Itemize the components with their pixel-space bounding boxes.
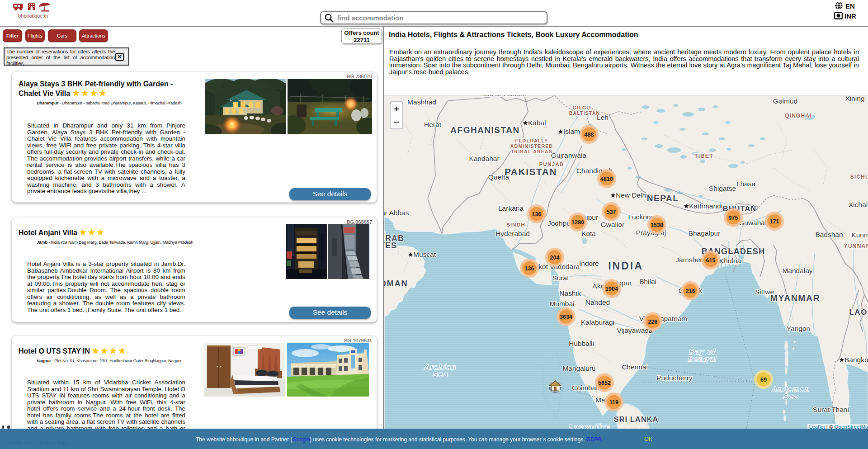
svg-text:Bengal: Bengal [688, 355, 717, 363]
svg-text:Andaman: Andaman [772, 385, 810, 393]
svg-text:Bangkok: Bangkok [844, 356, 868, 364]
svg-text:3634: 3634 [560, 314, 572, 320]
svg-text:AFGHANISTAN: AFGHANISTAN [450, 125, 519, 135]
svg-text:Bhilai: Bhilai [639, 278, 656, 285]
svg-text:PAKISTAN: PAKISTAN [505, 166, 557, 177]
svg-text:Kathmandu: Kathmandu [689, 202, 725, 210]
svg-text:Kota: Kota [581, 230, 596, 237]
svg-text:ADMINISTERED: ADMINISTERED [510, 143, 553, 149]
svg-text:Xichang: Xichang [849, 201, 868, 208]
svg-text:Indore: Indore [579, 260, 599, 267]
svg-text:Herat: Herat [424, 121, 442, 128]
svg-text:Puducherry: Puducherry [656, 374, 693, 382]
svg-text:QINGHAI: QINGHAI [785, 113, 812, 119]
svg-text:New Delhi: New Delhi [616, 191, 648, 199]
svg-text:Bay of: Bay of [689, 348, 716, 355]
svg-text:Mandalay: Mandalay [782, 267, 812, 274]
svg-text:Bandar Abbas: Bandar Abbas [384, 209, 409, 217]
svg-text:Kandahar: Kandahar [469, 155, 499, 162]
svg-text:Chennai: Chennai [622, 363, 648, 371]
svg-text:YUNNAN: YUNNAN [844, 243, 868, 249]
svg-text:537: 537 [607, 209, 616, 215]
svg-text:Gwalior: Gwalior [601, 221, 625, 228]
svg-text:Arabian: Arabian [425, 363, 457, 371]
svg-text:1280: 1280 [571, 219, 584, 226]
svg-text:Kalaburagi: Kalaburagi [581, 318, 614, 326]
svg-text:BALTISTAN: BALTISTAN [569, 110, 600, 116]
svg-text:Mazar-i-Sharif: Mazar-i-Sharif [482, 95, 526, 98]
svg-text:615: 615 [706, 257, 716, 264]
svg-text:Baoshan: Baoshan [815, 231, 843, 238]
svg-text:Kabul: Kabul [528, 119, 546, 127]
svg-text:GILGIT-: GILGIT- [573, 105, 594, 110]
svg-text:SINDH: SINDH [506, 222, 525, 227]
svg-text:Shigatse: Shigatse [709, 184, 736, 192]
svg-text:TIBET: TIBET [694, 153, 713, 159]
svg-text:OMAN: OMAN [384, 279, 408, 288]
svg-text:Hyderabad: Hyderabad [495, 230, 530, 237]
svg-text:136: 136 [525, 265, 534, 272]
svg-text:Khulna: Khulna [719, 257, 741, 265]
svg-text:Bhagalpur: Bhagalpur [689, 229, 721, 237]
svg-text:Xining: Xining [845, 95, 864, 102]
svg-text:4810: 4810 [600, 176, 613, 182]
svg-text:TRIBAL AREAS: TRIBAL AREAS [511, 149, 552, 154]
svg-text:Guwahati: Guwahati [739, 219, 768, 227]
svg-text:INDIA: INDIA [608, 260, 643, 272]
svg-text:5652: 5652 [598, 380, 611, 386]
svg-text:SICHUAN: SICHUAN [850, 174, 868, 180]
svg-text:Larkana: Larkana [498, 204, 524, 212]
svg-text:Lhasa: Lhasa [736, 180, 756, 188]
svg-text:Nanded: Nanded [585, 298, 610, 306]
svg-text:Muscat: Muscat [413, 250, 436, 258]
svg-text:Mangaluru: Mangaluru [562, 364, 595, 372]
svg-text:Sea: Sea [783, 392, 799, 400]
svg-text:171: 171 [770, 218, 779, 225]
svg-text:136: 136 [532, 211, 542, 217]
svg-text:Sea: Sea [433, 370, 448, 378]
svg-text:TES: TES [384, 241, 397, 250]
svg-text:Mumbai: Mumbai [549, 300, 574, 307]
svg-text:Gujranwala: Gujranwala [551, 151, 587, 159]
svg-text:FEDERALLY: FEDERALLY [515, 138, 548, 143]
svg-text:Mashhad: Mashhad [407, 98, 436, 106]
svg-text:MYANMAR: MYANMAR [770, 293, 821, 303]
svg-text:975: 975 [729, 215, 738, 221]
svg-text:LAOS: LAOS [849, 308, 868, 317]
svg-text:PUNJAB: PUNJAB [539, 161, 564, 167]
svg-text:NEPAL: NEPAL [647, 194, 679, 203]
svg-text:Nashik: Nashik [559, 289, 581, 297]
svg-text:Hubballi: Hubballi [569, 340, 594, 347]
svg-text:Kunming: Kunming [851, 231, 868, 239]
svg-text:1538: 1538 [651, 222, 663, 228]
svg-text:204: 204 [550, 255, 560, 261]
svg-text:226: 226 [648, 319, 658, 325]
svg-text:Surat Thani: Surat Thani [813, 406, 849, 413]
svg-text:69: 69 [760, 377, 767, 383]
svg-text:119: 119 [609, 399, 618, 406]
svg-text:SRI LANKA: SRI LANKA [614, 415, 659, 423]
svg-text:488: 488 [585, 132, 594, 138]
svg-text:216: 216 [686, 288, 695, 294]
svg-text:1904: 1904 [605, 286, 618, 292]
svg-text:Golmud: Golmud [773, 97, 797, 105]
svg-text:Surat: Surat [552, 274, 569, 282]
svg-text:Yangon: Yangon [787, 325, 810, 332]
